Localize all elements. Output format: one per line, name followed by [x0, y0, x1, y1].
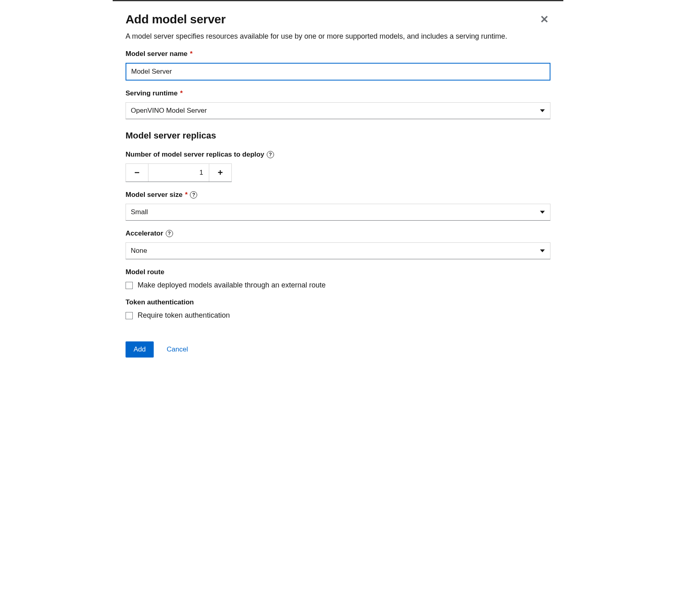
server-name-label-text: Model server name — [126, 50, 188, 58]
minus-icon: − — [134, 167, 140, 178]
serving-runtime-select-wrap: OpenVINO Model Server — [126, 102, 550, 119]
stepper-minus-button[interactable]: − — [126, 164, 148, 182]
token-auth-label: Token authentication — [126, 298, 550, 306]
help-icon[interactable]: ? — [267, 151, 274, 158]
token-auth-checkbox-label[interactable]: Require token authentication — [138, 311, 230, 320]
modal-header: Add model server ✕ — [113, 1, 563, 26]
accelerator-group: Accelerator ? None — [126, 229, 550, 259]
stepper-plus-button[interactable]: + — [209, 164, 231, 182]
server-size-select[interactable]: Small — [126, 204, 550, 221]
model-route-checkbox[interactable] — [126, 282, 133, 289]
add-button[interactable]: Add — [126, 341, 154, 358]
plus-icon: + — [218, 167, 223, 178]
cancel-button[interactable]: Cancel — [167, 345, 188, 353]
serving-runtime-group: Serving runtime * OpenVINO Model Server — [126, 89, 550, 119]
server-name-label: Model server name * — [126, 50, 550, 58]
model-route-checkbox-label[interactable]: Make deployed models available through a… — [138, 281, 326, 289]
serving-runtime-label: Serving runtime * — [126, 89, 550, 97]
close-icon: ✕ — [540, 13, 549, 25]
server-size-select-wrap: Small — [126, 204, 550, 221]
required-indicator: * — [190, 50, 193, 58]
token-auth-checkbox-row: Require token authentication — [126, 311, 550, 320]
model-route-label: Model route — [126, 268, 550, 276]
modal-title: Add model server — [126, 12, 226, 26]
add-model-server-modal: Add model server ✕ A model server specif… — [113, 0, 563, 370]
server-name-input[interactable] — [126, 63, 550, 81]
accelerator-select[interactable]: None — [126, 242, 550, 259]
replicas-stepper: − + — [126, 163, 232, 182]
required-indicator: * — [185, 191, 188, 199]
replicas-label: Number of model server replicas to deplo… — [126, 151, 550, 159]
help-icon[interactable]: ? — [166, 230, 173, 237]
replicas-input[interactable] — [148, 164, 209, 182]
serving-runtime-label-text: Serving runtime — [126, 89, 177, 97]
model-route-checkbox-row: Make deployed models available through a… — [126, 281, 550, 289]
accelerator-label-text: Accelerator — [126, 229, 163, 238]
token-auth-checkbox[interactable] — [126, 312, 133, 319]
server-size-label-text: Model server size — [126, 191, 183, 199]
replicas-group: Number of model server replicas to deplo… — [126, 151, 550, 182]
required-indicator: * — [180, 89, 183, 97]
modal-subtitle: A model server specifies resources avail… — [113, 26, 563, 50]
accelerator-label: Accelerator ? — [126, 229, 550, 238]
form-body: Model server name * Serving runtime * Op… — [113, 50, 563, 370]
model-route-group: Model route Make deployed models availab… — [126, 268, 550, 289]
replicas-label-text: Number of model server replicas to deplo… — [126, 151, 264, 159]
help-icon[interactable]: ? — [190, 191, 197, 198]
modal-footer: Add Cancel — [126, 329, 550, 358]
close-button[interactable]: ✕ — [538, 12, 550, 26]
accelerator-select-wrap: None — [126, 242, 550, 259]
server-size-group: Model server size * ? Small — [126, 191, 550, 221]
server-name-group: Model server name * — [126, 50, 550, 81]
token-auth-group: Token authentication Require token authe… — [126, 298, 550, 320]
serving-runtime-select[interactable]: OpenVINO Model Server — [126, 102, 550, 119]
server-size-label: Model server size * ? — [126, 191, 550, 199]
replicas-heading: Model server replicas — [126, 130, 550, 141]
